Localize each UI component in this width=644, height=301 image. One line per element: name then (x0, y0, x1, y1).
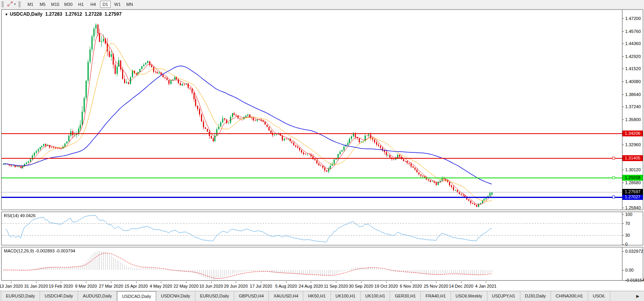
current-price-line (2, 192, 622, 192)
timeframe-button-m1[interactable]: M1 (25, 1, 36, 8)
ohlc-open: 1.27283 (45, 11, 62, 17)
chart-tab-uk100-h1[interactable]: UK100,H1 (361, 291, 390, 301)
collapse-arrow-icon[interactable]: ▼ (5, 13, 8, 16)
chart-tab-eurusd-daily[interactable]: EURUSD,Daily (195, 291, 234, 301)
price-tick-mark (622, 56, 624, 57)
horizontal-level-line-1.29208[interactable] (2, 178, 622, 178)
price-tick-mark (622, 18, 624, 19)
chart-title: ▼USDCAD,Daily1.272831.276121.272281.2759… (5, 11, 122, 17)
chart-tab-usoil[interactable]: USOil, (588, 291, 611, 301)
chart-tab-china300-h1[interactable]: CHINA300,H1 (551, 291, 588, 301)
date-tick-mark (236, 281, 236, 283)
timeframe-button-w1[interactable]: W1 (112, 1, 123, 8)
price-level-badge: 1.31405 (622, 155, 643, 161)
chart-tab-usdcad-daily[interactable]: USDCAD,Daily (117, 291, 156, 301)
price-tick-mark (622, 183, 624, 183)
rsi-indicator-panel: RSI(14) 49.0426 10070300 (1, 212, 643, 245)
timeframe-button-h4[interactable]: H4 (88, 1, 99, 8)
date-tick-mark (61, 281, 61, 283)
price-tick-label: 1.47200 (625, 16, 641, 21)
level-drag-handle[interactable] (612, 157, 615, 160)
price-chart-panel: ▼USDCAD,Daily1.272831.276121.272281.2759… (1, 9, 643, 210)
chart-tab-audusd-daily[interactable]: AUDUSD,Daily (78, 291, 117, 301)
macd-canvas[interactable] (2, 247, 622, 280)
price-tick-label: 1.30120 (625, 167, 641, 172)
toolbar-grip[interactable] (18, 1, 20, 7)
rsi-tick-mark (622, 223, 624, 224)
timeframe-button-m15[interactable]: M15 (49, 1, 61, 8)
date-tick-label: 4 Jan 2021 (468, 284, 504, 288)
macd-label: MACD(12,26,9) -0.002893 -0.003794 (4, 248, 75, 253)
ohlc-low: 1.27228 (85, 11, 102, 17)
timeframe-button-m5[interactable]: M5 (37, 1, 48, 8)
price-tick-mark (622, 120, 624, 120)
price-tick-mark (622, 69, 624, 69)
chart-tab-gbpusd-h4[interactable]: GBPUSD,H4 (234, 291, 269, 301)
price-tick-label: 1.35800 (625, 117, 641, 122)
chart-tabs: EURUSD,DailyUSDCHF,DailyAUDUSD,DailyUSDC… (1, 291, 623, 301)
rsi-tick-label: 0 (625, 241, 628, 247)
tab-scroll-right-button[interactable]: ▶ (636, 294, 639, 299)
date-tick-mark (411, 281, 411, 283)
macd-axis-border (622, 247, 622, 280)
price-tick-label: 1.40080 (625, 79, 641, 84)
price-tick-label: 1.32960 (625, 142, 641, 147)
macd-tick-label: 0.00 (625, 267, 633, 273)
chart-tab-usdjpy-h1[interactable]: USDJPY,H1 (487, 291, 520, 301)
price-tick-mark (622, 44, 624, 44)
chevron-down-icon: ▾ (14, 2, 16, 6)
rsi-tick-label: 70 (625, 221, 630, 226)
chart-tab-fra40-h1[interactable]: FRA40,H1 (421, 291, 451, 301)
price-tick-mark (622, 94, 624, 95)
macd-tick-label: 0.032972 (625, 248, 643, 254)
chart-tab-bar: EURUSD,DailyUSDCHF,DailyAUDUSD,DailyUSDC… (0, 291, 644, 301)
macd-indicator-panel: MACD(12,26,9) -0.002893 -0.003794 0.0329… (1, 247, 643, 281)
rsi-tick-label: 100 (625, 212, 632, 217)
horizontal-level-line-1.31405[interactable] (2, 158, 622, 159)
macd-tick-mark (622, 280, 624, 281)
date-tick-mark (261, 281, 261, 283)
date-axis[interactable]: 13 Jan 202031 Jan 202019 Feb 20209 Mar 2… (1, 281, 643, 291)
rsi-tick-label: 30 (625, 232, 630, 238)
date-tick-mark (111, 281, 111, 283)
chart-tab-usdchf-daily[interactable]: USDCHF,Daily (40, 291, 78, 301)
level-drag-handle[interactable] (612, 196, 615, 198)
chart-tab-hk50-h1[interactable]: HK50,H1 (303, 291, 331, 301)
price-tick-label: 1.42920 (625, 54, 641, 59)
price-tick-mark (622, 107, 624, 107)
date-tick-mark (86, 281, 86, 283)
chart-tab-usoil-weekly[interactable]: USOil,Weekly (451, 291, 487, 301)
timeframe-button-group: M1M5M15M30H1H4D1W1MN (24, 1, 136, 8)
price-tick-mark (622, 31, 624, 32)
price-tick-mark (622, 208, 624, 208)
timeframe-button-m30[interactable]: M30 (62, 1, 74, 8)
date-tick-mark (36, 281, 36, 283)
trendline-tool-icon (7, 1, 13, 7)
horizontal-level-line-1.34206[interactable] (2, 133, 622, 134)
chart-tab-ger30-h1[interactable]: GER30,H1 (390, 291, 421, 301)
price-tick-mark (622, 145, 624, 145)
date-tick-mark (136, 281, 137, 283)
macd-tick-mark (622, 251, 624, 252)
chart-tab-usdcnh-daily[interactable]: USDCNH,Daily (156, 291, 195, 301)
chart-tab-uk100-h1[interactable]: UK100,H1 (331, 291, 361, 301)
toolbar-grip[interactable] (2, 1, 4, 7)
chart-tab-eurusd-daily[interactable]: EURUSD,Daily (1, 291, 40, 301)
price-level-badge: 1.34206 (622, 131, 643, 136)
horizontal-level-line-1.27027[interactable] (2, 197, 622, 198)
price-tick-mark (622, 82, 624, 82)
timeframe-button-h1[interactable]: H1 (76, 1, 86, 8)
price-tick-label: 1.38640 (625, 92, 641, 97)
timeframe-button-mn[interactable]: MN (124, 1, 135, 8)
date-tick-mark (11, 281, 11, 283)
timeframe-button-d1[interactable]: D1 (100, 1, 111, 8)
chart-tab-dj30-daily[interactable]: DJ30,Daily (520, 291, 551, 301)
line-tools-button[interactable]: ▾ (6, 1, 17, 7)
price-tick-label: 1.41520 (625, 66, 641, 71)
price-level-badge: 1.27027 (622, 194, 643, 200)
level-drag-handle[interactable] (612, 176, 615, 179)
date-tick-mark (286, 281, 286, 283)
price-chart-canvas[interactable] (2, 10, 622, 210)
rsi-canvas[interactable] (2, 212, 622, 245)
chart-tab-xauusd-h4[interactable]: XAUUSD,H4 (269, 291, 303, 301)
